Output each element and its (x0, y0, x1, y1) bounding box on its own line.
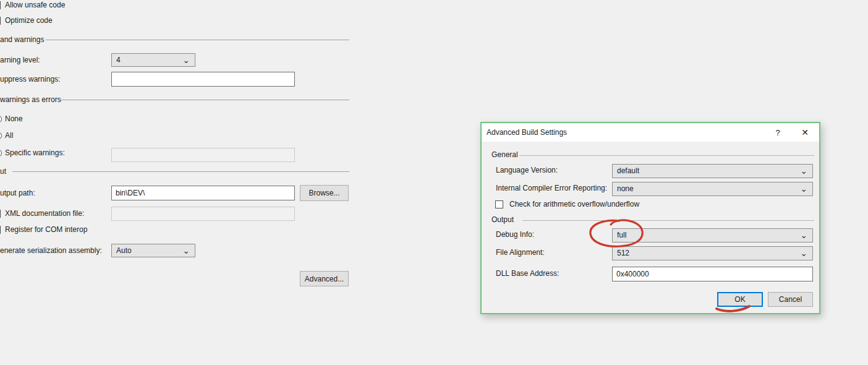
build-settings-page: Allow unsafe code Optimize code and warn… (0, 0, 371, 365)
dialog-title: Advanced Build Settings (487, 128, 567, 137)
help-icon: ? (775, 128, 780, 137)
advanced-build-settings-dialog: Advanced Build Settings ? ✕ General Lang… (480, 122, 820, 314)
close-icon: ✕ (801, 127, 809, 137)
specific-warnings-radio[interactable] (0, 149, 2, 157)
close-button[interactable]: ✕ (794, 123, 815, 142)
group-divider (519, 155, 814, 156)
screenshot-root: Allow unsafe code Optimize code and warn… (0, 0, 868, 365)
errors-warnings-section-header: and warnings (0, 35, 44, 45)
ice-reporting-value: none (617, 184, 634, 194)
optimize-code-checkbox[interactable] (0, 17, 1, 25)
serialization-assembly-label: enerate serialization assembly: (0, 246, 102, 256)
warnings-all-radio[interactable] (0, 132, 2, 140)
chevron-down-icon: ⌄ (182, 54, 190, 66)
specific-warnings-label: Specific warnings: (5, 148, 65, 158)
chevron-down-icon: ⌄ (182, 245, 190, 256)
browse-button[interactable]: Browse... (300, 185, 349, 201)
dialog-titlebar[interactable]: Advanced Build Settings ? ✕ (482, 123, 819, 142)
section-divider (61, 100, 349, 100)
serialization-assembly-dropdown[interactable]: Auto ⌄ (111, 244, 195, 257)
language-version-value: default (617, 166, 639, 176)
section-divider (12, 171, 349, 172)
language-version-dropdown[interactable]: default ⌄ (612, 164, 813, 178)
chevron-down-icon: ⌄ (800, 183, 807, 194)
ice-reporting-dropdown[interactable]: none ⌄ (612, 182, 813, 196)
overflow-check-label: Check for arithmetic overflow/underflow (509, 200, 639, 209)
register-com-interop-label: Register for COM interop (5, 225, 87, 234)
suppress-warnings-input[interactable] (111, 72, 295, 87)
advanced-button[interactable]: Advanced... (300, 271, 349, 286)
help-button[interactable]: ? (767, 123, 788, 142)
xml-documentation-input (111, 207, 295, 221)
group-divider (522, 220, 814, 221)
specific-warnings-input (111, 148, 295, 162)
general-group-label: General (491, 150, 518, 160)
warning-level-value: 4 (116, 56, 121, 65)
warnings-none-radio[interactable] (0, 115, 2, 123)
file-alignment-label: File Alignment: (496, 248, 545, 257)
output-group-label: Output (491, 215, 514, 225)
language-version-label: Language Version: (496, 166, 558, 175)
xml-documentation-label: XML documentation file: (5, 209, 84, 218)
file-alignment-dropdown[interactable]: 512 ⌄ (612, 246, 813, 260)
warning-level-dropdown[interactable]: 4 ⌄ (111, 53, 195, 67)
overflow-check-checkbox[interactable] (495, 200, 503, 208)
output-section-header: ut (0, 167, 6, 176)
xml-documentation-checkbox[interactable] (0, 210, 1, 218)
output-path-label: utput path: (0, 189, 35, 198)
debug-info-label: Debug Info: (496, 230, 534, 239)
section-divider (46, 40, 349, 40)
dll-base-address-label: DLL Base Address: (496, 269, 559, 278)
cancel-button[interactable]: Cancel (768, 292, 813, 307)
warnings-all-label: All (5, 131, 13, 140)
ok-button[interactable]: OK (717, 292, 763, 307)
warnings-none-label: None (5, 114, 23, 124)
dll-base-address-input[interactable] (612, 267, 813, 281)
allow-unsafe-checkbox[interactable] (0, 1, 1, 9)
chevron-down-icon: ⌄ (800, 165, 807, 176)
debug-info-dropdown[interactable]: full ⌄ (612, 228, 813, 243)
register-com-interop-checkbox[interactable] (0, 226, 1, 234)
chevron-down-icon: ⌄ (800, 230, 807, 241)
allow-unsafe-label: Allow unsafe code (5, 1, 65, 10)
suppress-warnings-label: uppress warnings: (0, 75, 60, 84)
debug-info-value: full (617, 231, 626, 240)
serialization-assembly-value: Auto (116, 246, 132, 256)
warning-level-label: arning level: (0, 56, 40, 65)
optimize-code-label: Optimize code (5, 16, 53, 25)
chevron-down-icon: ⌄ (800, 247, 807, 259)
output-path-input[interactable] (111, 186, 295, 200)
file-alignment-value: 512 (617, 249, 629, 258)
ice-reporting-label: Internal Compiler Error Reporting: (496, 184, 607, 193)
treat-warnings-section-header: warnings as errors (0, 95, 61, 105)
